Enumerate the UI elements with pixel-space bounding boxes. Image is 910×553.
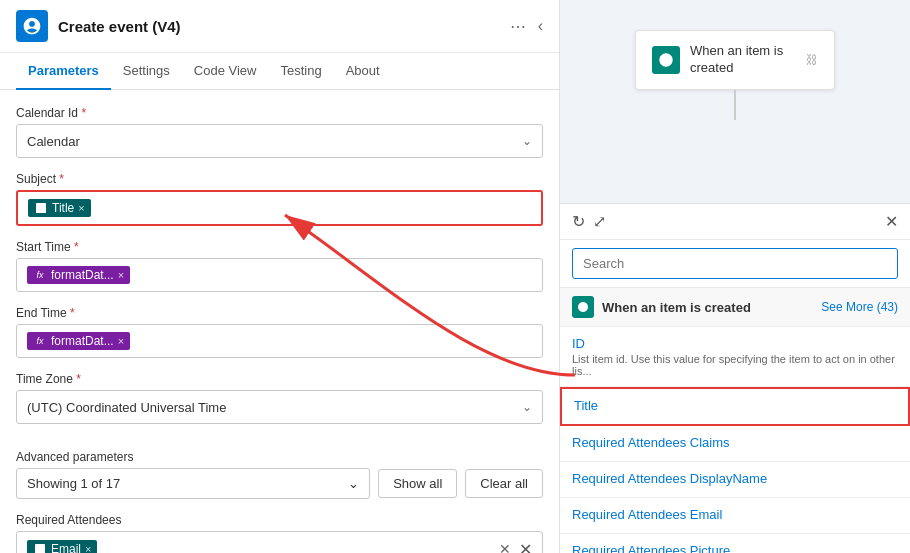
dynamic-item-title: Required Attendees DisplayName — [572, 471, 898, 486]
right-panel: When an item is created ⛓ ↻ ⤢ ✕ When an … — [560, 0, 910, 553]
timezone-dropdown[interactable]: (UTC) Coordinated Universal Time ⌄ — [16, 390, 543, 424]
required-attendees-label: Required Attendees — [16, 513, 543, 527]
dynamic-item[interactable]: Required Attendees DisplayName — [560, 462, 910, 498]
dynamic-section-title: When an item is created — [602, 300, 821, 315]
svg-rect-0 — [36, 203, 46, 213]
subject-title-tag: Title × — [28, 199, 91, 217]
timezone-group: Time Zone * (UTC) Coordinated Universal … — [16, 372, 543, 424]
search-bar — [560, 240, 910, 288]
dynamic-item-title: Title — [574, 398, 896, 413]
dynamic-item-desc: List item id. Use this value for specify… — [572, 353, 898, 377]
attendees-add-icon[interactable]: ✕ — [519, 540, 532, 554]
subject-input[interactable]: Title × — [16, 190, 543, 226]
subject-label: Subject * — [16, 172, 543, 186]
clear-all-button[interactable]: Clear all — [465, 469, 543, 498]
dynamic-section-header: When an item is created See More (43) — [560, 288, 910, 327]
start-time-tag: fx formatDat... × — [27, 266, 130, 284]
dynamic-items-list: IDList item id. Use this value for speci… — [560, 327, 910, 553]
dynamic-panel-header: ↻ ⤢ ✕ — [560, 204, 910, 240]
expand-icon[interactable]: ⤢ — [593, 212, 606, 231]
subject-tag-close[interactable]: × — [78, 202, 84, 214]
attendees-clear-icon[interactable]: ✕ — [499, 541, 511, 553]
connector-line — [734, 90, 736, 120]
attendees-clear-buttons: ✕ ✕ — [499, 540, 532, 554]
attendees-tag-close[interactable]: × — [85, 543, 91, 553]
left-panel: Create event (V4) ⋯ ‹ Parameters Setting… — [0, 0, 560, 553]
header: Create event (V4) ⋯ ‹ — [0, 0, 559, 53]
flow-node[interactable]: When an item is created ⛓ — [635, 30, 835, 90]
advanced-params-label: Advanced parameters — [16, 450, 543, 464]
header-actions: ⋯ ‹ — [510, 17, 543, 36]
end-time-tag-close[interactable]: × — [118, 335, 124, 347]
timezone-dropdown-arrow: ⌄ — [522, 400, 532, 414]
tab-testing[interactable]: Testing — [268, 53, 333, 90]
timezone-label: Time Zone * — [16, 372, 543, 386]
tag-sharepoint-icon-2 — [33, 542, 47, 553]
close-dynamic-panel-icon[interactable]: ✕ — [885, 212, 898, 231]
flow-node-text: When an item is created — [690, 43, 796, 77]
end-time-label: End Time * — [16, 306, 543, 320]
dynamic-item[interactable]: IDList item id. Use this value for speci… — [560, 327, 910, 387]
start-time-tag-close[interactable]: × — [118, 269, 124, 281]
show-all-button[interactable]: Show all — [378, 469, 457, 498]
outlook-icon — [16, 10, 48, 42]
subject-group: Subject * Title × — [16, 172, 543, 226]
more-options-icon[interactable]: ⋯ — [510, 17, 526, 36]
dynamic-item[interactable]: Title — [560, 387, 910, 426]
dynamic-panel: ↻ ⤢ ✕ When an item is created See More (… — [560, 203, 910, 553]
panel-title: Create event (V4) — [58, 18, 510, 35]
calendar-id-label: Calendar Id * — [16, 106, 543, 120]
dynamic-item[interactable]: Required Attendees Email — [560, 498, 910, 534]
tab-about[interactable]: About — [334, 53, 392, 90]
required-attendees-group: Required Attendees Email × ✕ ✕ — [16, 513, 543, 553]
tabs-bar: Parameters Settings Code View Testing Ab… — [0, 53, 559, 90]
tag-fx-icon: fx — [33, 268, 47, 282]
start-time-input[interactable]: fx formatDat... × — [16, 258, 543, 292]
attendees-email-tag: Email × — [27, 540, 97, 553]
search-input[interactable] — [572, 248, 898, 279]
dynamic-item-title: Required Attendees Claims — [572, 435, 898, 450]
section-icon — [572, 296, 594, 318]
advanced-params-section: Advanced parameters Showing 1 of 17 ⌄ Sh… — [16, 450, 543, 499]
collapse-icon[interactable]: ‹ — [538, 17, 543, 35]
dynamic-item-title: ID — [572, 336, 898, 351]
end-time-input[interactable]: fx formatDat... × — [16, 324, 543, 358]
advanced-params-select[interactable]: Showing 1 of 17 ⌄ — [16, 468, 370, 499]
dynamic-item[interactable]: Required Attendees Picture — [560, 534, 910, 553]
advanced-params-row: Showing 1 of 17 ⌄ Show all Clear all — [16, 468, 543, 499]
calendar-dropdown-arrow: ⌄ — [522, 134, 532, 148]
see-more-link[interactable]: See More (43) — [821, 300, 898, 314]
tab-parameters[interactable]: Parameters — [16, 53, 111, 90]
refresh-icon[interactable]: ↻ — [572, 212, 585, 231]
end-time-group: End Time * fx formatDat... × — [16, 306, 543, 358]
tab-codeview[interactable]: Code View — [182, 53, 269, 90]
advanced-select-arrow: ⌄ — [348, 476, 359, 491]
svg-rect-1 — [35, 544, 45, 553]
start-time-label: Start Time * — [16, 240, 543, 254]
end-time-tag: fx formatDat... × — [27, 332, 130, 350]
required-attendees-input[interactable]: Email × ✕ ✕ — [16, 531, 543, 553]
calendar-id-dropdown[interactable]: Calendar ⌄ — [16, 124, 543, 158]
calendar-id-group: Calendar Id * Calendar ⌄ — [16, 106, 543, 158]
flow-canvas: When an item is created ⛓ — [560, 0, 910, 203]
tab-settings[interactable]: Settings — [111, 53, 182, 90]
tag-sharepoint-icon — [34, 201, 48, 215]
dynamic-item[interactable]: Required Attendees Claims — [560, 426, 910, 462]
dynamic-item-title: Required Attendees Email — [572, 507, 898, 522]
dynamic-item-title: Required Attendees Picture — [572, 543, 898, 553]
flow-node-icon — [652, 46, 680, 74]
tag-fx-icon-2: fx — [33, 334, 47, 348]
form-area: Calendar Id * Calendar ⌄ Subject * Title… — [0, 90, 559, 553]
start-time-group: Start Time * fx formatDat... × — [16, 240, 543, 292]
flow-node-link-icon: ⛓ — [806, 53, 818, 67]
